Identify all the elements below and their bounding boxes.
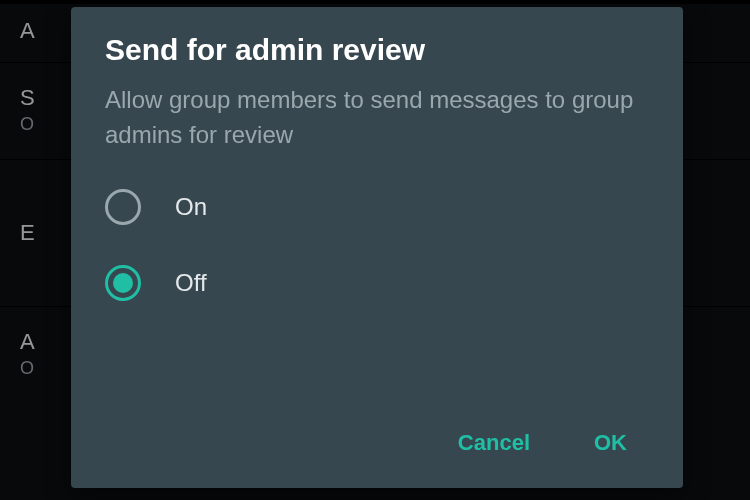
ok-button[interactable]: OK <box>590 422 631 464</box>
option-off[interactable]: Off <box>105 265 651 301</box>
radio-checked-icon <box>105 265 141 301</box>
option-label: Off <box>175 269 207 297</box>
dialog-actions: Cancel OK <box>105 422 651 470</box>
cancel-button[interactable]: Cancel <box>454 422 534 464</box>
radio-unchecked-icon <box>105 189 141 225</box>
dialog-title: Send for admin review <box>105 33 651 67</box>
radio-group: On Off <box>105 189 651 301</box>
dialog-description: Allow group members to send messages to … <box>105 83 651 153</box>
option-on[interactable]: On <box>105 189 651 225</box>
admin-review-dialog: Send for admin review Allow group member… <box>71 7 683 488</box>
option-label: On <box>175 193 207 221</box>
